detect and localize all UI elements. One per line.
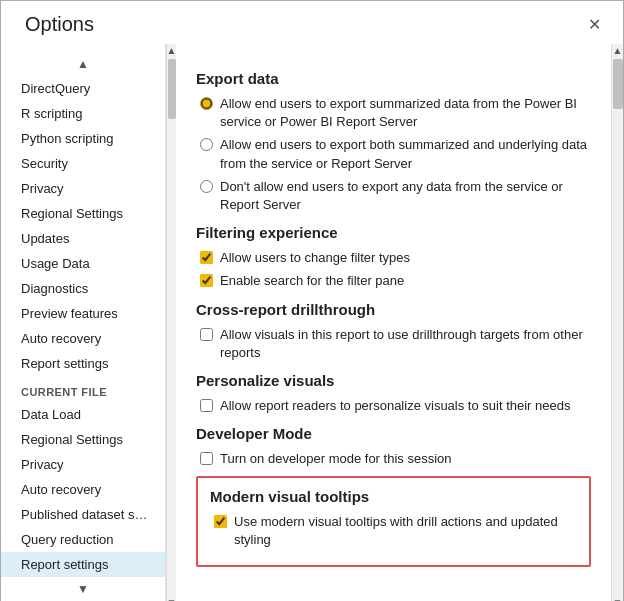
option-row-modern-visual-tooltips-0: Use modern visual tooltips with drill ac…: [210, 513, 577, 549]
section-developer-mode: Developer ModeTurn on developer mode for…: [196, 425, 591, 468]
section-filtering-experience: Filtering experienceAllow users to chang…: [196, 224, 591, 290]
option-input-cross-report-drillthrough-0[interactable]: [200, 328, 213, 341]
section-modern-visual-tooltips-highlight: Modern visual tooltipsUse modern visual …: [196, 476, 591, 566]
option-label-export-data-0: Allow end users to export summarized dat…: [220, 95, 591, 131]
sidebar-item-privacy[interactable]: Privacy: [1, 176, 165, 201]
option-input-export-data-2[interactable]: [200, 180, 213, 193]
sidebar-item-cf-auto-recovery[interactable]: Auto recovery: [1, 477, 165, 502]
section-title-cross-report-drillthrough: Cross-report drillthrough: [196, 301, 591, 318]
section-export-data: Export dataAllow end users to export sum…: [196, 70, 591, 214]
section-title-modern-visual-tooltips: Modern visual tooltips: [210, 488, 577, 505]
sidebar-item-cf-report-settings[interactable]: Report settings: [1, 552, 165, 577]
section-title-personalize-visuals: Personalize visuals: [196, 372, 591, 389]
sidebar-item-diagnostics[interactable]: Diagnostics: [1, 276, 165, 301]
option-label-filtering-experience-0: Allow users to change filter types: [220, 249, 410, 267]
sidebar-item-cf-regional-settings[interactable]: Regional Settings: [1, 427, 165, 452]
option-row-personalize-visuals-0: Allow report readers to personalize visu…: [196, 397, 591, 415]
option-label-export-data-1: Allow end users to export both summarize…: [220, 136, 591, 172]
main-content: Export dataAllow end users to export sum…: [176, 44, 611, 601]
sidebar-item-cf-privacy[interactable]: Privacy: [1, 452, 165, 477]
sidebar-section-header: CURRENT FILE: [1, 376, 165, 402]
sidebar-item-directquery[interactable]: DirectQuery: [1, 76, 165, 101]
sidebar-scroll-down[interactable]: ▼: [1, 577, 165, 601]
dialog-header: Options ✕: [1, 1, 623, 44]
sidebar: ▲ DirectQueryR scriptingPython scripting…: [1, 44, 166, 601]
sidebar-scroll-thumb[interactable]: [168, 59, 176, 119]
close-button[interactable]: ✕: [582, 15, 607, 35]
sidebar-item-python-scripting[interactable]: Python scripting: [1, 126, 165, 151]
sidebar-item-r-scripting[interactable]: R scripting: [1, 101, 165, 126]
option-label-cross-report-drillthrough-0: Allow visuals in this report to use dril…: [220, 326, 591, 362]
options-dialog: Options ✕ ▲ DirectQueryR scriptingPython…: [0, 0, 624, 601]
option-label-personalize-visuals-0: Allow report readers to personalize visu…: [220, 397, 570, 415]
option-row-export-data-0: Allow end users to export summarized dat…: [196, 95, 591, 131]
option-label-modern-visual-tooltips-0: Use modern visual tooltips with drill ac…: [234, 513, 577, 549]
section-personalize-visuals: Personalize visualsAllow report readers …: [196, 372, 591, 415]
sidebar-item-regional-settings[interactable]: Regional Settings: [1, 201, 165, 226]
option-row-export-data-1: Allow end users to export both summarize…: [196, 136, 591, 172]
sidebar-item-cf-query-reduction[interactable]: Query reduction: [1, 527, 165, 552]
sidebar-item-report-settings[interactable]: Report settings: [1, 351, 165, 376]
dialog-title: Options: [25, 13, 94, 36]
sidebar-item-preview-features[interactable]: Preview features: [1, 301, 165, 326]
option-label-export-data-2: Don't allow end users to export any data…: [220, 178, 591, 214]
option-label-developer-mode-0: Turn on developer mode for this session: [220, 450, 451, 468]
option-input-filtering-experience-1[interactable]: [200, 274, 213, 287]
option-input-personalize-visuals-0[interactable]: [200, 399, 213, 412]
option-row-filtering-experience-1: Enable search for the filter pane: [196, 272, 591, 290]
section-cross-report-drillthrough: Cross-report drillthroughAllow visuals i…: [196, 301, 591, 362]
option-input-developer-mode-0[interactable]: [200, 452, 213, 465]
option-row-filtering-experience-0: Allow users to change filter types: [196, 249, 591, 267]
option-row-developer-mode-0: Turn on developer mode for this session: [196, 450, 591, 468]
sidebar-item-usage-data[interactable]: Usage Data: [1, 251, 165, 276]
section-title-developer-mode: Developer Mode: [196, 425, 591, 442]
sidebar-current-file-items: Data LoadRegional SettingsPrivacyAuto re…: [1, 402, 165, 577]
section-title-export-data: Export data: [196, 70, 591, 87]
sidebar-item-security[interactable]: Security: [1, 151, 165, 176]
option-input-modern-visual-tooltips-0[interactable]: [214, 515, 227, 528]
main-scroll-thumb[interactable]: [613, 59, 623, 109]
sidebar-global-items: DirectQueryR scriptingPython scriptingSe…: [1, 76, 165, 376]
section-title-filtering-experience: Filtering experience: [196, 224, 591, 241]
sidebar-item-updates[interactable]: Updates: [1, 226, 165, 251]
sidebar-wrapper: ▲ DirectQueryR scriptingPython scripting…: [1, 44, 176, 601]
option-row-cross-report-drillthrough-0: Allow visuals in this report to use dril…: [196, 326, 591, 362]
option-input-export-data-1[interactable]: [200, 138, 213, 151]
sidebar-item-data-load[interactable]: Data Load: [1, 402, 165, 427]
option-input-export-data-0[interactable]: [200, 97, 213, 110]
dialog-body: ▲ DirectQueryR scriptingPython scripting…: [1, 44, 623, 601]
option-row-export-data-2: Don't allow end users to export any data…: [196, 178, 591, 214]
sidebar-item-cf-published-dataset[interactable]: Published dataset set...: [1, 502, 165, 527]
sidebar-item-auto-recovery[interactable]: Auto recovery: [1, 326, 165, 351]
main-scrollbar[interactable]: ▲ ▼: [611, 44, 623, 601]
option-input-filtering-experience-0[interactable]: [200, 251, 213, 264]
main-wrapper: Export dataAllow end users to export sum…: [176, 44, 623, 601]
sidebar-scrollbar[interactable]: ▲ ▼: [166, 44, 176, 601]
option-label-filtering-experience-1: Enable search for the filter pane: [220, 272, 404, 290]
sidebar-scroll-up[interactable]: ▲: [1, 52, 165, 76]
